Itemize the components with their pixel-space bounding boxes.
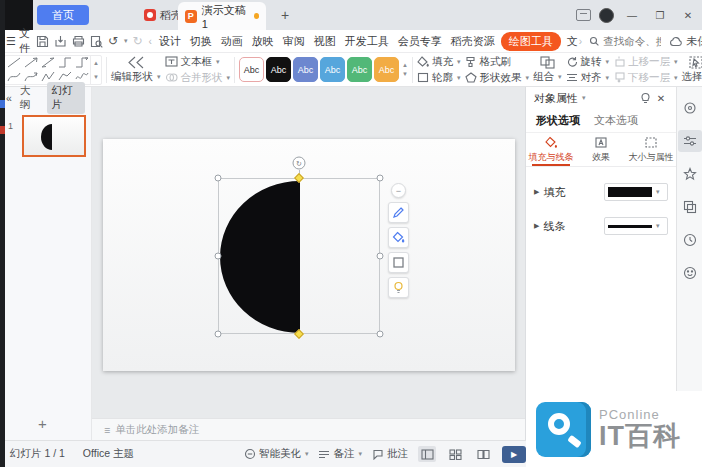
- tab-docer-resources[interactable]: 稻壳资源: [451, 34, 495, 49]
- document-tab[interactable]: P 演示文稿1: [178, 2, 266, 30]
- outline-color-button[interactable]: [388, 252, 409, 273]
- style-chip[interactable]: Abc: [239, 57, 264, 82]
- undo-dropdown-caret[interactable]: ▾: [124, 37, 128, 45]
- comments-button[interactable]: 批注: [372, 447, 408, 461]
- slides-tab-active[interactable]: 幻灯片: [47, 82, 85, 114]
- slideshow-play-button[interactable]: ▶: [502, 446, 526, 463]
- shape-line-icon[interactable]: [5, 56, 22, 70]
- save-button[interactable]: [36, 35, 49, 48]
- shape-arrow-icon[interactable]: [22, 56, 39, 70]
- object-properties-button-active[interactable]: [678, 130, 702, 152]
- minimize-button[interactable]: —: [622, 5, 642, 25]
- style-gallery-scroll[interactable]: ▲ ▼: [401, 62, 408, 77]
- style-chip[interactable]: Abc: [320, 57, 345, 82]
- effects-subtab[interactable]: 效果: [576, 133, 626, 166]
- file-menu[interactable]: ☰ 文件: [6, 26, 30, 56]
- outline-tab[interactable]: 大纲: [20, 84, 39, 112]
- shape-gallery-scroll[interactable]: ▲ ▼: [90, 56, 101, 84]
- collapse-toolbar-button[interactable]: −: [391, 183, 406, 198]
- tab-transition[interactable]: 切换: [190, 34, 212, 49]
- gallery-scroll-up-icon[interactable]: ▲: [93, 60, 99, 66]
- collapse-panel-icon[interactable]: «: [6, 92, 12, 104]
- format-painter-button[interactable]: 格式刷: [465, 55, 530, 69]
- home-tab-button[interactable]: 首页: [37, 5, 89, 25]
- shape-curve-icon[interactable]: [5, 70, 22, 84]
- tab-design[interactable]: 设计: [159, 34, 181, 49]
- style-brush-button[interactable]: [388, 202, 409, 223]
- tab-developer[interactable]: 开发工具: [345, 34, 389, 49]
- shape-options-tab[interactable]: 形状选项: [536, 113, 580, 128]
- expand-triangle-icon[interactable]: ▶: [534, 222, 539, 230]
- shape-elbow-arrow-icon[interactable]: [73, 56, 90, 70]
- merge-shapes-button[interactable]: 合并形状▾: [165, 71, 231, 85]
- style-chip[interactable]: Abc: [293, 57, 318, 82]
- resize-handle-nw[interactable]: [215, 175, 222, 182]
- tab-drawing-tools-active[interactable]: 绘图工具: [501, 32, 561, 51]
- resize-handle-w[interactable]: [215, 253, 222, 260]
- shape-double-arrow-icon[interactable]: [39, 56, 56, 70]
- slide-sorter-view-button[interactable]: [446, 446, 464, 462]
- shape-selection-box[interactable]: [218, 178, 380, 334]
- size-properties-subtab[interactable]: 大小与属性: [626, 133, 676, 166]
- rotation-handle[interactable]: ↻: [293, 157, 306, 170]
- add-slide-button[interactable]: +: [38, 415, 47, 432]
- tab-overflow[interactable]: 文›: [567, 34, 583, 49]
- message-icon[interactable]: [576, 9, 591, 21]
- text-box-button[interactable]: 文本框▾: [165, 55, 231, 69]
- notes-bar[interactable]: ≡ 单击此处添加备注: [92, 418, 525, 440]
- text-options-tab[interactable]: 文本选项: [594, 113, 638, 128]
- rotate-button[interactable]: 旋转▾: [566, 55, 610, 69]
- style-chip[interactable]: Abc: [374, 57, 399, 82]
- layers-button[interactable]: [678, 196, 702, 218]
- menu-collapse-icon[interactable]: ‹: [148, 36, 153, 47]
- close-panel-icon[interactable]: ✕: [654, 91, 668, 105]
- expand-triangle-icon[interactable]: ▶: [534, 188, 539, 196]
- style-chip[interactable]: Abc: [266, 57, 291, 82]
- slide-canvas[interactable]: ↻ −: [92, 87, 525, 418]
- tab-review[interactable]: 审阅: [283, 34, 305, 49]
- tab-animation[interactable]: 动画: [221, 34, 243, 49]
- bring-forward-button[interactable]: 上移一层▾: [613, 55, 678, 69]
- shape-effects-button[interactable]: 形状效果▾: [465, 71, 530, 85]
- print-preview-button[interactable]: [90, 35, 103, 48]
- resize-handle-ne[interactable]: [377, 175, 384, 182]
- quick-style-button[interactable]: [678, 97, 702, 119]
- style-scroll-down-icon[interactable]: ▼: [402, 71, 408, 77]
- fill-row-label[interactable]: ▶ 填充: [534, 185, 565, 200]
- shape-curve-arrow-icon[interactable]: [22, 70, 39, 84]
- export-button[interactable]: [54, 35, 67, 48]
- select-button[interactable]: 选择▾: [682, 56, 702, 84]
- command-search[interactable]: [589, 35, 661, 47]
- line-style-dropdown[interactable]: ▾: [604, 217, 668, 235]
- semicircle-shape[interactable]: [219, 179, 381, 335]
- slide-thumbnail-selected[interactable]: [22, 115, 86, 157]
- maximize-button[interactable]: ❐: [650, 5, 670, 25]
- user-avatar[interactable]: [599, 8, 614, 23]
- style-scroll-up-icon[interactable]: ▲: [402, 62, 408, 68]
- shape-elbow-connector-icon[interactable]: [56, 56, 73, 70]
- tab-slideshow[interactable]: 放映: [252, 34, 274, 49]
- tab-view[interactable]: 视图: [314, 34, 336, 49]
- resize-handle-e[interactable]: [377, 253, 384, 260]
- save-status[interactable]: 未保存: [669, 34, 702, 49]
- panel-title-caret-icon[interactable]: ▾: [582, 94, 586, 102]
- fill-line-subtab[interactable]: 填充与线条: [526, 133, 576, 166]
- theme-name[interactable]: Office 主题: [83, 447, 134, 461]
- outline-button[interactable]: 轮廓▾: [417, 71, 461, 85]
- close-button[interactable]: ✕: [678, 5, 698, 25]
- fill-button[interactable]: 填充▾: [417, 55, 461, 69]
- search-input[interactable]: [603, 35, 661, 47]
- edit-shape-group[interactable]: 编辑形状▾: [111, 56, 161, 84]
- fill-color-dropdown[interactable]: ▾: [604, 183, 668, 201]
- normal-view-button[interactable]: [418, 446, 436, 462]
- resize-handle-sw[interactable]: [215, 331, 222, 338]
- notes-button[interactable]: 备注 ▾: [318, 447, 362, 461]
- recommend-button[interactable]: [388, 277, 409, 298]
- send-backward-button[interactable]: 下移一层▾: [613, 71, 678, 85]
- align-button[interactable]: 对齐▾: [566, 71, 610, 85]
- new-tab-button[interactable]: +: [276, 6, 294, 24]
- tab-member[interactable]: 会员专享: [398, 34, 442, 49]
- resize-handle-se[interactable]: [377, 331, 384, 338]
- pin-icon[interactable]: [640, 92, 651, 104]
- print-button[interactable]: [72, 35, 85, 48]
